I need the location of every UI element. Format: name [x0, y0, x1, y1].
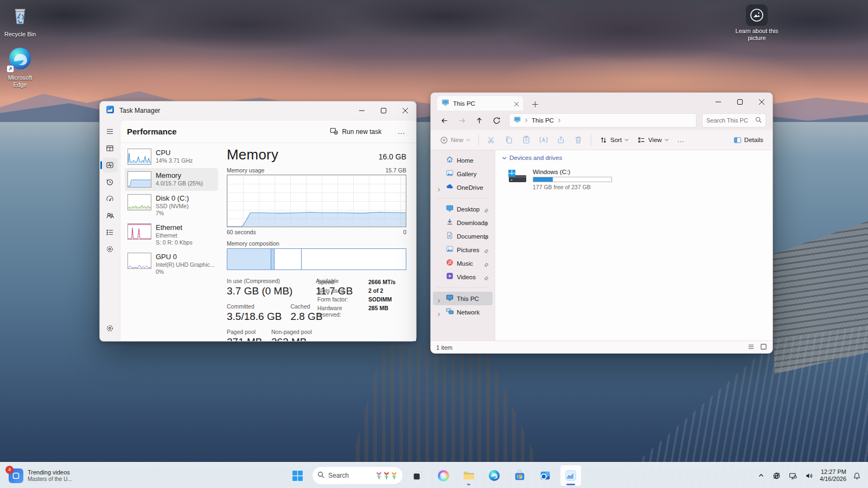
new-button[interactable]: New — [436, 133, 474, 147]
tab-close-icon[interactable] — [514, 99, 519, 108]
search-input[interactable]: Search This PC — [702, 113, 766, 127]
sidebar-item-gallery[interactable]: Gallery — [433, 167, 493, 181]
monitor-icon — [514, 115, 521, 125]
large-icons-view-toggle[interactable] — [760, 343, 767, 352]
tm-users-icon[interactable] — [103, 208, 118, 223]
details-pane-button[interactable]: Details — [730, 133, 767, 147]
desktop-folder-icon — [446, 204, 454, 214]
new-tab-button[interactable] — [528, 98, 541, 111]
perf-item-disk[interactable]: Disk 0 (C:)SSD (NVMe)7% — [125, 191, 218, 220]
perf-item-ethernet[interactable]: EthernetEthernetS: 0 R: 0 Kbps — [125, 220, 218, 249]
sidebar-item-this-pc[interactable]: This PC — [433, 292, 493, 305]
ethernet-icon[interactable] — [787, 470, 799, 481]
tm-details-icon[interactable] — [103, 225, 118, 240]
drive-item-windows-c[interactable]: Windows (C:) 177 GB free of 237 GB — [505, 166, 614, 192]
composition-free — [302, 249, 406, 269]
chevron-right-icon[interactable] — [437, 309, 441, 319]
hidden-icons-chevron[interactable] — [756, 471, 766, 480]
sidebar-item-documents[interactable]: Documents — [433, 229, 493, 243]
perf-item-memory[interactable]: Memory4.0/15.7 GB (25%) — [125, 168, 218, 191]
desktop-icon-recycle-bin[interactable]: Recycle Bin — [0, 4, 44, 38]
sidebar-item-onedrive[interactable]: OneDrive — [433, 181, 493, 194]
tm-more-button[interactable]: ... — [394, 126, 409, 137]
minimize-button[interactable] — [707, 93, 729, 111]
sort-button[interactable]: Sort — [596, 133, 633, 147]
tm-performance-icon[interactable] — [103, 158, 118, 172]
gpu-mini-graph — [127, 253, 151, 269]
notification-bell-icon[interactable] — [851, 470, 863, 481]
tm-app-history-icon[interactable] — [103, 175, 118, 189]
tm-menu-button[interactable] — [103, 124, 118, 139]
outlook-button[interactable] — [534, 465, 556, 486]
breadcrumb[interactable]: This PC — [532, 117, 554, 124]
sidebar-item-music[interactable]: Music — [433, 256, 493, 270]
rename-button[interactable] — [535, 133, 552, 147]
back-button[interactable] — [437, 113, 451, 127]
start-button[interactable] — [286, 465, 308, 486]
disk-mini-graph — [127, 194, 151, 210]
onedrive-icon — [446, 183, 454, 192]
tab-this-pc[interactable]: This PC — [437, 96, 523, 111]
sidebar-item-pictures[interactable]: Pictures — [433, 243, 493, 256]
maximize-button[interactable] — [373, 102, 394, 120]
chevron-right-icon[interactable] — [437, 184, 441, 194]
tm-settings-icon[interactable] — [103, 321, 118, 336]
task-view-button[interactable] — [407, 465, 429, 486]
sidebar-item-home[interactable]: Home — [433, 153, 493, 167]
volume-icon[interactable] — [803, 470, 815, 481]
task-manager-titlebar[interactable]: Task Manager — [100, 101, 416, 120]
up-button[interactable] — [472, 113, 486, 127]
group-header-devices[interactable]: Devices and drives — [502, 155, 766, 161]
sidebar-item-videos[interactable]: Videos — [433, 270, 493, 284]
taskbar-clock[interactable]: 12:27 PM 4/16/2026 — [820, 468, 846, 483]
paste-button[interactable] — [518, 133, 534, 147]
edge-icon — [8, 47, 32, 73]
close-button[interactable] — [394, 102, 416, 120]
no-internet-icon[interactable] — [771, 470, 782, 481]
microsoft-store-button[interactable] — [509, 465, 531, 486]
view-button[interactable]: View — [634, 133, 673, 147]
maximize-button[interactable] — [729, 93, 751, 111]
run-new-task-button[interactable]: Run new task — [326, 124, 386, 139]
tm-startup-apps-icon[interactable] — [103, 191, 118, 206]
task-manager-button[interactable] — [560, 465, 582, 486]
sidebar-item-desktop[interactable]: Desktop — [433, 202, 493, 216]
toolbar-more-button[interactable]: ... — [674, 134, 688, 146]
system-tray: 12:27 PM 4/16/2026 — [756, 463, 865, 488]
widgets-button[interactable]: 4 Trending videos Masters of the U... — [5, 463, 75, 488]
tm-processes-icon[interactable] — [103, 141, 118, 156]
file-explorer-button[interactable] — [458, 465, 480, 486]
pin-icon — [483, 220, 489, 229]
desktop-icon-learn-about-picture[interactable]: Learn about this picture — [732, 4, 781, 42]
chevron-right-icon — [557, 118, 561, 123]
forward-button[interactable] — [455, 113, 469, 127]
minimize-button[interactable] — [351, 102, 373, 120]
chevron-right-icon[interactable] — [437, 296, 441, 305]
edge-icon — [488, 470, 500, 481]
sidebar-item-downloads[interactable]: Downloads — [433, 216, 493, 229]
outlook-icon — [539, 470, 551, 481]
refresh-button[interactable] — [489, 113, 503, 127]
tm-services-icon[interactable] — [103, 242, 118, 256]
address-bar[interactable]: This PC — [509, 113, 697, 127]
search-placeholder: Search This PC — [706, 117, 755, 124]
copy-button[interactable] — [501, 133, 517, 147]
recycle-bin-icon — [9, 4, 31, 29]
perf-item-gpu[interactable]: GPU 0Intel(R) UHD Graphic...0% — [125, 249, 218, 279]
sidebar-item-network[interactable]: Network — [433, 305, 493, 319]
details-view-toggle[interactable] — [748, 343, 755, 352]
cut-button[interactable] — [483, 133, 500, 147]
edge-button[interactable] — [483, 465, 505, 486]
perf-item-cpu[interactable]: CPU14% 3.71 GHz — [125, 145, 218, 168]
share-button[interactable] — [553, 133, 569, 147]
delete-button[interactable] — [570, 133, 586, 147]
copilot-button[interactable] — [432, 465, 454, 486]
toolbar-separator — [478, 134, 479, 145]
windows-logo-icon — [292, 470, 303, 481]
copilot-icon — [438, 470, 449, 481]
drive-name: Windows (C:) — [533, 169, 612, 175]
page-title: Performance — [127, 127, 326, 136]
taskbar-search-box[interactable]: Search — [312, 466, 403, 485]
desktop-icon-edge[interactable]: Microsoft Edge — [0, 47, 44, 88]
close-button[interactable] — [751, 93, 773, 111]
